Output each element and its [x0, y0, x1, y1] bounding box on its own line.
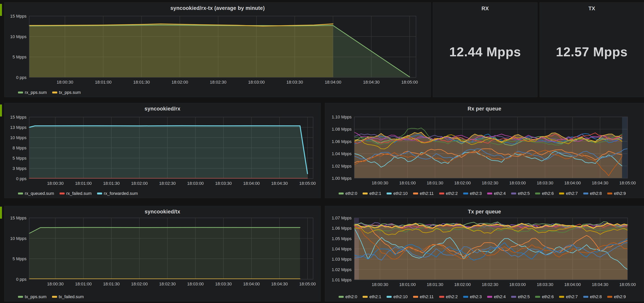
stat-tx-title[interactable]: TX	[540, 6, 644, 12]
legend-swatch-icon	[413, 296, 418, 298]
svg-text:15 Mpps: 15 Mpps	[10, 115, 26, 120]
legend-swatch-icon	[386, 296, 392, 298]
svg-text:18:03:30: 18:03:30	[215, 181, 232, 186]
legend-item-rx_pps.sum[interactable]: rx_pps.sum	[18, 90, 47, 95]
legend-item-eth2:9[interactable]: eth2:9	[607, 294, 626, 299]
legend-item-eth2:3[interactable]: eth2:3	[463, 191, 482, 196]
legend-label: eth2:10	[393, 294, 408, 299]
svg-text:18:04:30: 18:04:30	[271, 181, 288, 186]
panel-rx-tx-graph: syncookied/rx-tx (average by minute) 0 p…	[4, 2, 431, 97]
svg-text:18:05:00: 18:05:00	[619, 180, 636, 185]
legend-item-eth2:1[interactable]: eth2:1	[362, 294, 381, 299]
legend-label: eth2:3	[470, 191, 482, 196]
legend-rx: rx_queued.sumrx_failed.sumrx_forwarded.s…	[18, 191, 138, 196]
legend-swatch-icon	[339, 296, 344, 298]
chart-canvas-rx_tx[interactable]: 0 pps5 Mpps10 Mpps15 Mpps18:00:3018:01:0…	[4, 3, 431, 97]
svg-text:8 Mpps: 8 Mpps	[12, 146, 26, 150]
legend-item-rx_failed.sum[interactable]: rx_failed.sum	[60, 191, 92, 196]
legend-label: eth2:1	[370, 294, 381, 299]
svg-text:13 Mpps: 13 Mpps	[10, 125, 26, 130]
legend-item-eth2:11[interactable]: eth2:11	[413, 191, 434, 196]
svg-text:18:02:30: 18:02:30	[482, 180, 498, 185]
svg-text:18:05:00: 18:05:00	[401, 80, 418, 85]
legend-swatch-icon	[559, 192, 564, 194]
legend-swatch-icon	[487, 192, 492, 194]
legend-swatch-icon	[607, 296, 612, 298]
panel-alert-indicator	[0, 4, 2, 16]
legend-label: eth2:7	[566, 294, 578, 299]
chart-canvas-rx_queue[interactable]: 1.00 Mpps1.02 Mpps1.04 Mpps1.06 Mpps1.08…	[325, 103, 644, 198]
svg-text:18:00:30: 18:00:30	[372, 180, 388, 185]
legend-swatch-icon	[511, 192, 516, 194]
legend-item-eth2:0[interactable]: eth2:0	[339, 294, 357, 299]
legend-swatch-icon	[362, 192, 368, 194]
legend-label: tx_pps.sum	[25, 294, 46, 299]
legend-item-eth2:8[interactable]: eth2:8	[583, 191, 602, 196]
svg-text:18:03:30: 18:03:30	[537, 180, 553, 185]
svg-text:18:04:00: 18:04:00	[243, 281, 260, 286]
svg-text:18:00:30: 18:00:30	[57, 80, 73, 85]
legend-swatch-icon	[413, 192, 418, 194]
legend-item-tx_pps.sum[interactable]: tx_pps.sum	[52, 90, 81, 95]
legend-item-eth2:10[interactable]: eth2:10	[386, 191, 408, 196]
svg-text:18:05:00: 18:05:00	[299, 181, 316, 186]
legend-item-eth2:5[interactable]: eth2:5	[511, 191, 530, 196]
legend-item-eth2:9[interactable]: eth2:9	[607, 191, 626, 196]
legend-label: eth2:0	[346, 191, 357, 196]
legend-label: eth2:11	[420, 191, 434, 196]
legend-item-eth2:4[interactable]: eth2:4	[487, 191, 506, 196]
svg-text:1.02 Mpps: 1.02 Mpps	[332, 267, 352, 272]
stat-rx-title[interactable]: RX	[433, 6, 537, 12]
svg-text:18:01:30: 18:01:30	[427, 282, 443, 287]
legend-label: eth2:10	[393, 191, 408, 196]
chart-canvas-tx[interactable]: 0 pps5 Mpps10 Mpps15 Mpps18:00:3018:01:0…	[4, 206, 320, 301]
legend-item-rx_forwarded.sum[interactable]: rx_forwarded.sum	[97, 191, 138, 196]
svg-text:10 Mpps: 10 Mpps	[10, 236, 26, 241]
svg-text:18:03:00: 18:03:00	[509, 282, 526, 287]
stat-rx-value: 12.44 Mpps	[433, 44, 537, 59]
legend-item-eth2:2[interactable]: eth2:2	[439, 294, 458, 299]
legend-item-eth2:7[interactable]: eth2:7	[559, 191, 578, 196]
legend-tx_queue: eth2:0eth2:1eth2:10eth2:11eth2:2eth2:3et…	[339, 294, 626, 299]
chart-canvas-tx_queue[interactable]: 1.01 Mpps1.02 Mpps1.03 Mpps1.04 Mpps1.05…	[325, 206, 644, 301]
legend-swatch-icon	[18, 92, 23, 94]
legend-label: tx_failed.sum	[59, 294, 84, 299]
svg-text:18:04:30: 18:04:30	[271, 281, 288, 286]
svg-text:5 Mpps: 5 Mpps	[12, 55, 26, 59]
legend-swatch-icon	[439, 296, 444, 298]
legend-item-eth2:6[interactable]: eth2:6	[535, 191, 554, 196]
legend-item-eth2:5[interactable]: eth2:5	[511, 294, 530, 299]
svg-text:18:02:00: 18:02:00	[454, 180, 471, 185]
chart-canvas-rx[interactable]: 0 pps3 Mpps5 Mpps8 Mpps10 Mpps13 Mpps15 …	[4, 103, 320, 198]
legend-item-eth2:2[interactable]: eth2:2	[439, 191, 458, 196]
legend-swatch-icon	[559, 296, 564, 298]
legend-item-eth2:0[interactable]: eth2:0	[339, 191, 357, 196]
legend-label: eth2:2	[446, 191, 458, 196]
svg-text:0 pps: 0 pps	[16, 75, 26, 80]
legend-item-eth2:7[interactable]: eth2:7	[559, 294, 578, 299]
legend-swatch-icon	[463, 192, 468, 194]
svg-text:18:02:00: 18:02:00	[172, 80, 188, 85]
svg-text:18:00:30: 18:00:30	[372, 282, 388, 287]
legend-item-eth2:6[interactable]: eth2:6	[535, 294, 554, 299]
svg-text:1.01 Mpps: 1.01 Mpps	[332, 277, 352, 282]
legend-swatch-icon	[60, 192, 64, 194]
svg-text:18:02:30: 18:02:30	[482, 282, 498, 287]
legend-item-eth2:1[interactable]: eth2:1	[362, 191, 381, 196]
svg-text:18:03:00: 18:03:00	[187, 281, 204, 286]
legend-item-eth2:4[interactable]: eth2:4	[487, 294, 506, 299]
legend-item-rx_queued.sum[interactable]: rx_queued.sum	[18, 191, 54, 196]
legend-item-tx_failed.sum[interactable]: tx_failed.sum	[52, 294, 84, 299]
svg-text:1.06 Mpps: 1.06 Mpps	[332, 226, 352, 231]
legend-label: rx_failed.sum	[66, 191, 92, 196]
legend-item-eth2:11[interactable]: eth2:11	[413, 294, 434, 299]
legend-item-eth2:8[interactable]: eth2:8	[583, 294, 602, 299]
legend-item-eth2:10[interactable]: eth2:10	[386, 294, 408, 299]
panel-alert-indicator	[0, 207, 2, 219]
legend-label: eth2:11	[420, 294, 434, 299]
legend-item-eth2:3[interactable]: eth2:3	[463, 294, 482, 299]
svg-text:1.04 Mpps: 1.04 Mpps	[332, 246, 352, 251]
legend-label: eth2:6	[542, 294, 554, 299]
legend-item-tx_pps.sum[interactable]: tx_pps.sum	[18, 294, 46, 299]
svg-text:15 Mpps: 15 Mpps	[10, 14, 26, 19]
